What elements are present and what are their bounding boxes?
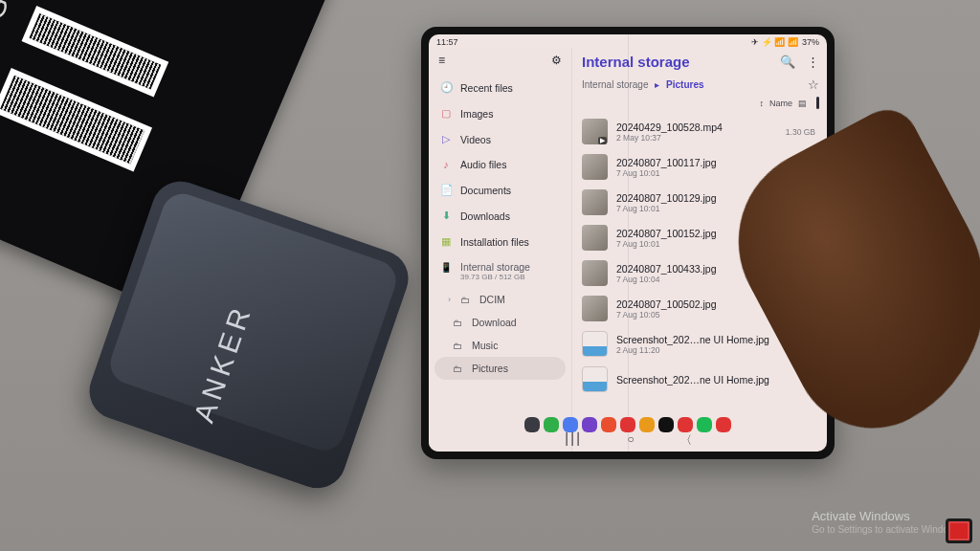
file-name: 20240807_100502.jpg xyxy=(616,298,776,310)
file-size: 3.96 MB xyxy=(785,233,819,243)
file-name: Screenshot_202…ne UI Home.jpg xyxy=(616,374,807,386)
file-timestamp: 7 Aug 10:01 xyxy=(616,239,776,249)
file-size: 1.30 GB xyxy=(786,127,819,137)
taskbar-app-icon[interactable] xyxy=(620,417,635,432)
file-timestamp: 2 May 10:37 xyxy=(616,133,777,143)
sidebar-item-label: Images xyxy=(460,108,493,120)
hamburger-menu-icon[interactable]: ≡ xyxy=(438,54,445,67)
file-name: Screenshot_202…ne UI Home.jpg xyxy=(616,334,807,345)
image-icon: ▢ xyxy=(440,107,452,120)
sidebar-item-documents[interactable]: 📄 Documents xyxy=(429,177,571,203)
taskbar[interactable] xyxy=(429,417,827,432)
file-row[interactable]: 20240807_100433.jpg 7 Aug 10:04 2.77 MB xyxy=(582,255,821,291)
breadcrumb[interactable]: Internal storage ▸ Pictures xyxy=(582,79,704,90)
sidebar-item-label: Downloads xyxy=(460,210,510,222)
file-list-panel: Internal storage 🔍 ⋮ Internal storage ▸ … xyxy=(572,48,827,452)
sidebar-item-label: Installation files xyxy=(460,236,529,248)
sidebar-item-installation-files[interactable]: ▦ Installation files xyxy=(429,229,571,254)
file-thumbnail xyxy=(582,189,608,215)
sort-label[interactable]: Name xyxy=(769,99,792,108)
folder-label: Download xyxy=(472,317,517,328)
nav-recents-icon[interactable]: ⎮⎮⎮ xyxy=(564,432,581,449)
folder-label: DCIM xyxy=(479,294,505,305)
file-row[interactable]: Screenshot_202…ne UI Home.jpg xyxy=(582,362,821,397)
folder-icon: 🗀 xyxy=(459,295,471,305)
sidebar-item-videos[interactable]: ▷ Videos xyxy=(429,126,571,152)
taskbar-app-icon[interactable] xyxy=(582,417,597,432)
favorite-star-icon[interactable]: ☆ xyxy=(808,77,819,92)
taskbar-app-icon[interactable] xyxy=(601,417,616,432)
breadcrumb-root[interactable]: Internal storage xyxy=(582,79,649,90)
taskbar-app-icon[interactable] xyxy=(524,417,540,432)
file-row[interactable]: 20240807_100152.jpg 7 Aug 10:01 3.96 MB xyxy=(582,220,821,255)
view-toggle-icon[interactable]: ▤ xyxy=(798,99,807,108)
file-thumbnail xyxy=(582,119,608,144)
sidebar-item-label: Documents xyxy=(460,185,511,196)
status-battery: 37% xyxy=(802,37,819,47)
status-time: 11:57 xyxy=(436,37,458,47)
windows-watermark: Activate Windows Go to Settings to activ… xyxy=(812,509,963,536)
sidebar-folder-music[interactable]: 🗀 Music xyxy=(429,334,571,357)
file-size: 3.68 MB xyxy=(785,304,819,314)
file-timestamp: 7 Aug 10:04 xyxy=(616,275,776,284)
file-name: 20240429_100528.mp4 xyxy=(616,121,777,133)
file-thumbnail xyxy=(582,154,608,180)
document-icon: 📄 xyxy=(440,184,452,196)
file-row[interactable]: 20240807_100129.jpg 7 Aug 10:01 4.05 MB xyxy=(582,185,821,220)
file-row[interactable]: Screenshot_202…ne UI Home.jpg 2 Aug 11:2… xyxy=(582,326,821,362)
phone-icon: 📱 xyxy=(440,262,452,273)
sidebar: ≡ ⚙ 🕘 Recent files ▢ Images ▷ Videos xyxy=(429,48,572,452)
chevron-right-icon: ▸ xyxy=(651,79,663,90)
sidebar-folder-download[interactable]: 🗀 Download xyxy=(429,311,571,334)
watermark-sub: Go to Settings to activate Windows. xyxy=(812,524,963,536)
folder-label: Pictures xyxy=(472,363,508,374)
taskbar-app-icon[interactable] xyxy=(544,417,559,432)
taskbar-app-icon[interactable] xyxy=(563,417,578,432)
search-icon[interactable]: 🔍 xyxy=(780,55,795,69)
storage-label: Internal storage xyxy=(460,261,530,273)
file-list[interactable]: 20240429_100528.mp4 2 May 10:37 1.30 GB … xyxy=(582,114,821,452)
tablet-frame: 11:57 ✈ ⚡ 📶 📶 37% ≡ ⚙ 🕘 Recent files xyxy=(421,27,835,459)
taskbar-app-icon[interactable] xyxy=(639,417,655,432)
nav-bar: ⎮⎮⎮ ○ 〈 xyxy=(429,432,827,449)
sidebar-item-recent[interactable]: 🕘 Recent files xyxy=(429,75,571,100)
taskbar-app-icon[interactable] xyxy=(716,417,731,432)
sort-icon[interactable]: ↕ xyxy=(759,99,764,108)
page-title: Internal storage xyxy=(582,54,690,70)
sidebar-folder-dcim[interactable]: › 🗀 DCIM xyxy=(429,288,571,311)
file-row[interactable]: 20240807_100502.jpg 7 Aug 10:05 3.68 MB xyxy=(582,291,821,326)
folder-label: Music xyxy=(472,340,498,351)
chevron-right-icon: › xyxy=(448,295,451,304)
more-options-icon[interactable]: ⋮ xyxy=(807,55,819,69)
sidebar-item-audio[interactable]: ♪ Audio files xyxy=(429,152,571,177)
file-size: 2.77 MB xyxy=(785,269,819,278)
sidebar-internal-storage[interactable]: 📱 Internal storage 39.73 GB / 512 GB xyxy=(429,254,571,288)
sidebar-item-label: Videos xyxy=(460,134,491,145)
nav-back-icon[interactable]: 〈 xyxy=(680,432,692,449)
settings-icon[interactable]: ⚙ xyxy=(551,54,562,67)
sidebar-item-label: Audio files xyxy=(460,159,506,170)
file-thumbnail xyxy=(582,296,608,321)
sidebar-item-images[interactable]: ▢ Images xyxy=(429,100,571,126)
download-icon: ⬇ xyxy=(440,209,452,222)
file-row[interactable]: 20240807_100117.jpg 7 Aug 10:01 xyxy=(582,149,821,185)
file-row[interactable]: 20240429_100528.mp4 2 May 10:37 1.30 GB xyxy=(582,114,821,149)
taskbar-app-icon[interactable] xyxy=(658,417,674,432)
file-name: 20240807_100129.jpg xyxy=(616,192,776,204)
sidebar-item-label: Recent files xyxy=(460,82,513,94)
file-timestamp: 2 Aug 11:20 xyxy=(616,345,807,355)
apk-icon: ▦ xyxy=(440,235,452,248)
storage-usage: 39.73 GB / 512 GB xyxy=(460,273,530,281)
file-timestamp: 7 Aug 10:05 xyxy=(616,310,776,320)
taskbar-app-icon[interactable] xyxy=(697,417,712,432)
breadcrumb-current[interactable]: Pictures xyxy=(666,79,703,90)
file-thumbnail xyxy=(582,260,608,286)
scroll-thumb[interactable] xyxy=(816,97,819,109)
taskbar-app-icon[interactable] xyxy=(678,417,693,432)
sidebar-item-downloads[interactable]: ⬇ Downloads xyxy=(429,203,571,229)
watermark-title: Activate Windows xyxy=(812,509,963,524)
file-thumbnail xyxy=(582,366,608,392)
folder-icon: 🗀 xyxy=(452,364,463,374)
sidebar-folder-pictures[interactable]: 🗀 Pictures xyxy=(434,357,566,380)
nav-home-icon[interactable]: ○ xyxy=(627,432,634,449)
